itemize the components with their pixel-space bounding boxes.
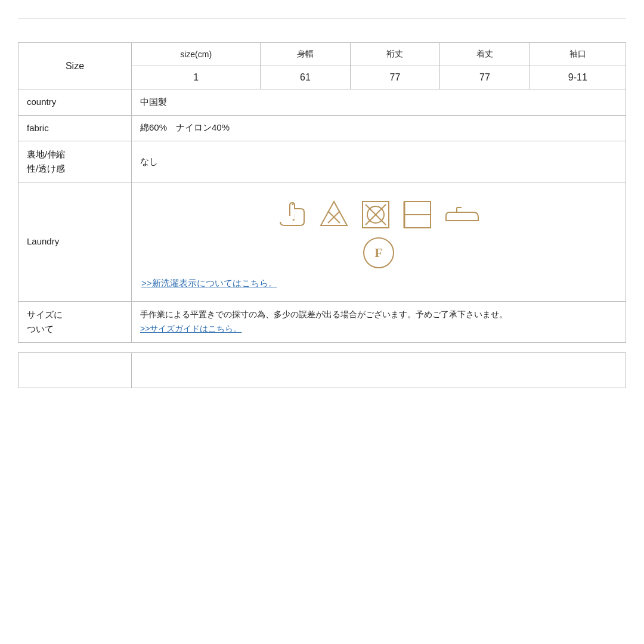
svg-marker-1 xyxy=(321,202,347,225)
measurement-1: 77 xyxy=(350,66,439,89)
laundry-row2: F xyxy=(140,237,617,268)
product-info-table: Size size(cm) 身幅 裄丈 着丈 袖口 1 61 77 77 9-1… xyxy=(18,42,626,343)
iron-icon xyxy=(444,199,481,230)
dry-clean-f-icon: F xyxy=(363,237,394,268)
measurement-0: 61 xyxy=(261,66,350,89)
size-cm-header: size(cm) xyxy=(132,43,261,66)
bottom-right-cell xyxy=(132,353,626,388)
size-value: 1 xyxy=(132,66,261,89)
top-divider xyxy=(18,18,626,18)
flat-dry-icon xyxy=(402,199,433,230)
size-header-row: Size size(cm) 身幅 裄丈 着丈 袖口 xyxy=(18,43,626,66)
col-header-2: 着丈 xyxy=(440,43,530,66)
laundry-cell: 𝅘𝅥 xyxy=(132,182,626,302)
laundry-label: Laundry xyxy=(18,182,132,302)
fabric-value: 綿60% ナイロン40% xyxy=(132,115,626,141)
lining-row: 裏地/伸縮性/透け感 なし xyxy=(18,141,626,182)
size-note-label: サイズについて xyxy=(18,302,132,343)
size-label: Size xyxy=(18,43,132,89)
size-note-cell: 手作業による平置きでの採寸の為、多少の誤差が出る場合がございます。予めご了承下さ… xyxy=(132,302,626,343)
country-value: 中国製 xyxy=(132,89,626,116)
fabric-label: fabric xyxy=(18,115,132,141)
size-note-row: サイズについて 手作業による平置きでの採寸の為、多少の誤差が出る場合がございます… xyxy=(18,302,626,343)
bottom-section xyxy=(18,352,626,388)
fabric-row: fabric 綿60% ナイロン40% xyxy=(18,115,626,141)
lining-value: なし xyxy=(132,141,626,182)
measurement-3: 9-11 xyxy=(530,66,626,89)
col-header-1: 裄丈 xyxy=(350,43,439,66)
size-guide-link[interactable]: >>サイズガイドはこちら。 xyxy=(140,324,242,333)
no-tumbledry-icon xyxy=(360,199,391,230)
laundry-row: Laundry 𝅘𝅥 xyxy=(18,182,626,302)
col-header-3: 袖口 xyxy=(530,43,626,66)
handwash-icon: 𝅘𝅥 xyxy=(277,199,308,230)
laundry-info-link[interactable]: >>新洗濯表示についてはこちら。 xyxy=(140,278,617,295)
svg-text:𝅘𝅥: 𝅘𝅥 xyxy=(292,214,295,221)
laundry-icons: 𝅘𝅥 xyxy=(140,199,617,230)
country-label: country xyxy=(18,89,132,116)
measurement-2: 77 xyxy=(440,66,530,89)
country-row: country 中国製 xyxy=(18,89,626,116)
bottom-left-cell xyxy=(18,353,132,388)
lining-label: 裏地/伸縮性/透け感 xyxy=(18,141,132,182)
size-note-text: 手作業による平置きでの採寸の為、多少の誤差が出る場合がございます。予めご了承下さ… xyxy=(140,309,507,319)
no-bleach-icon xyxy=(318,199,349,230)
col-header-0: 身幅 xyxy=(261,43,350,66)
